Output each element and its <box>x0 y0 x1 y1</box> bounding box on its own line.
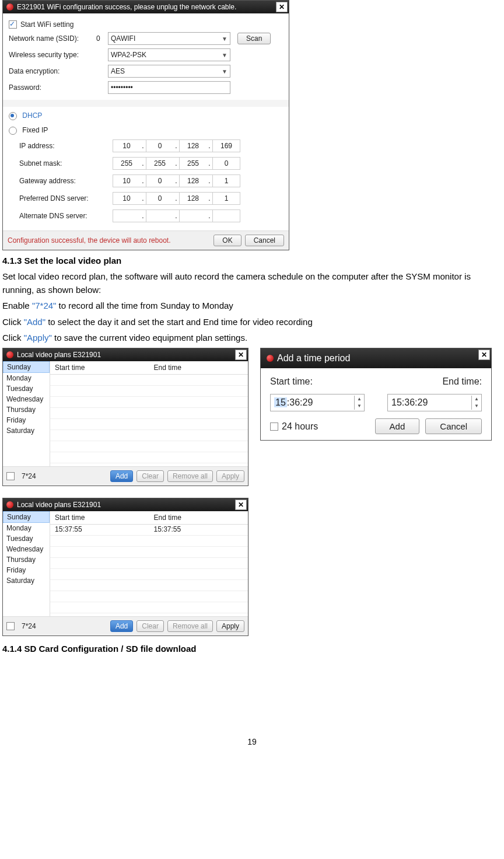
spinner-icon[interactable]: ▲▼ <box>354 396 364 410</box>
paragraph: Set local video record plan, the softwar… <box>2 270 502 297</box>
wifi-config-window: E321901 WiFi configuration success, plea… <box>2 0 289 250</box>
password-label: Password: <box>9 83 96 92</box>
remove-all-button[interactable]: Remove all <box>167 620 213 632</box>
close-icon[interactable]: ✕ <box>276 2 288 12</box>
pref-dns-label: Preferred DNS server: <box>19 194 113 202</box>
day-item[interactable]: Sunday <box>3 511 50 523</box>
day-item[interactable]: Thursday <box>3 554 50 565</box>
time-row[interactable]: 15:37:5515:37:55 <box>50 525 248 536</box>
day-item[interactable]: Saturday <box>3 575 50 586</box>
7x24-checkbox[interactable] <box>6 622 15 630</box>
gateway-label: Gateway address: <box>19 177 113 185</box>
local-video-plans-window-2: Local video plans E321901 ✕ Sunday Monda… <box>2 498 249 636</box>
add-button[interactable]: Add <box>110 620 133 632</box>
chevron-down-icon: ▼ <box>222 68 228 75</box>
paragraph: Click "Apply" to save the current video … <box>2 331 502 344</box>
clear-button[interactable]: Clear <box>136 620 164 632</box>
add-period-titlebar: Add a time period ✕ <box>261 348 491 368</box>
day-item[interactable]: Friday <box>3 565 50 575</box>
section-heading-414: 4.1.4 SD Card Configuration / SD file do… <box>2 642 502 655</box>
day-item[interactable]: Thursday <box>3 404 50 415</box>
password-value: ••••••••• <box>111 83 133 92</box>
add-button[interactable]: Add <box>110 470 133 482</box>
start-time-input[interactable]: 15:36:29 ▲▼ <box>270 394 365 411</box>
section-heading-413: 4.1.3 Set the local video plan <box>2 254 502 267</box>
app-icon <box>267 355 274 362</box>
day-item[interactable]: Monday <box>3 523 50 533</box>
24hours-checkbox[interactable] <box>270 422 278 431</box>
chevron-down-icon: ▼ <box>222 36 228 42</box>
security-combo[interactable]: WPA2-PSK ▼ <box>108 48 230 61</box>
start-time-label: Start time: <box>270 376 313 387</box>
day-item[interactable]: Tuesday <box>3 383 50 394</box>
app-icon <box>6 351 13 358</box>
end-time-input[interactable]: 15:36:29 ▲▼ <box>387 394 482 411</box>
encryption-value: AES <box>111 67 125 75</box>
24hours-label: 24 hours <box>282 421 318 432</box>
day-item[interactable]: Saturday <box>3 425 50 436</box>
status-message: Configuration successful, the device wil… <box>8 236 214 245</box>
add-time-period-window: Add a time period ✕ Start time: End time… <box>260 348 492 441</box>
security-label: Wireless security type: <box>9 51 96 59</box>
day-item[interactable]: Wednesday <box>3 394 50 404</box>
security-value: WPA2-PSK <box>111 51 146 59</box>
add-period-title: Add a time period <box>277 353 350 364</box>
remove-all-button[interactable]: Remove all <box>167 470 213 482</box>
app-icon <box>6 4 13 11</box>
ssid-label: Network name (SSID): <box>9 34 96 43</box>
start-wifi-checkbox[interactable] <box>9 20 17 29</box>
dhcp-radio[interactable] <box>9 112 17 120</box>
wifi-window-titlebar: E321901 WiFi configuration success, plea… <box>3 1 289 13</box>
encryption-combo[interactable]: AES ▼ <box>108 65 230 78</box>
fixed-ip-label: Fixed IP <box>22 126 48 134</box>
day-list[interactable]: Sunday Monday Tuesday Wednesday Thursday… <box>3 361 50 466</box>
cancel-period-button[interactable]: Cancel <box>425 418 482 434</box>
close-icon[interactable]: ✕ <box>235 350 247 360</box>
subnet-input[interactable]: 255. 255. 255. 0 <box>113 157 240 170</box>
7x24-label: 7*24 <box>22 472 36 480</box>
paragraph: Click "Add" to select the day it and set… <box>2 315 502 329</box>
day-item[interactable]: Monday <box>3 373 50 383</box>
col-end: End time <box>149 361 249 374</box>
plans-title: Local video plans E321901 <box>17 351 101 359</box>
encryption-label: Data encryption: <box>9 67 96 75</box>
day-list[interactable]: Sunday Monday Tuesday Wednesday Thursday… <box>3 511 50 616</box>
spinner-icon[interactable]: ▲▼ <box>471 396 481 410</box>
scan-button[interactable]: Scan <box>237 33 271 44</box>
pref-dns-input[interactable]: 10. 0. 128. 1 <box>113 192 240 205</box>
paragraph: Enable "7*24" to record all the time fro… <box>2 299 502 312</box>
col-end: End time <box>149 511 249 524</box>
ip-address-label: IP address: <box>19 142 113 150</box>
day-item[interactable]: Tuesday <box>3 533 50 544</box>
ssid-index: 0 <box>96 34 108 43</box>
subnet-label: Subnet mask: <box>19 159 113 167</box>
cancel-button[interactable]: Cancel <box>245 235 284 246</box>
col-start: Start time <box>50 511 149 524</box>
page-number: 19 <box>2 737 502 746</box>
dhcp-label: DHCP <box>22 111 42 120</box>
7x24-checkbox[interactable] <box>6 472 15 480</box>
clear-button[interactable]: Clear <box>136 470 164 482</box>
time-table: Start time End time 15:37:5515:37:55 <box>50 511 248 616</box>
close-icon[interactable]: ✕ <box>235 500 247 510</box>
apply-button[interactable]: Apply <box>216 470 244 482</box>
gateway-input[interactable]: 10. 0. 128. 1 <box>113 174 240 187</box>
ssid-value: QAWIFI <box>111 34 135 43</box>
ip-address-input[interactable]: 10. 0. 128. 169 <box>113 139 240 152</box>
alt-dns-input[interactable]: . . . <box>113 209 240 222</box>
day-item[interactable]: Friday <box>3 415 50 425</box>
ssid-combo[interactable]: QAWIFI ▼ <box>108 32 230 45</box>
fixed-ip-radio[interactable] <box>9 127 17 135</box>
password-input[interactable]: ••••••••• <box>108 81 230 94</box>
day-item[interactable]: Wednesday <box>3 544 50 554</box>
day-item[interactable]: Sunday <box>3 361 50 373</box>
apply-button[interactable]: Apply <box>216 620 244 632</box>
plans-titlebar: Local video plans E321901 ✕ <box>3 498 248 511</box>
time-table: Start time End time <box>50 361 248 466</box>
add-period-button[interactable]: Add <box>375 418 420 434</box>
ok-button[interactable]: OK <box>214 235 241 246</box>
end-time-label: End time: <box>442 376 482 387</box>
local-video-plans-window: Local video plans E321901 ✕ Sunday Monda… <box>2 348 249 486</box>
close-icon[interactable]: ✕ <box>478 350 490 360</box>
plans-titlebar: Local video plans E321901 ✕ <box>3 348 248 361</box>
